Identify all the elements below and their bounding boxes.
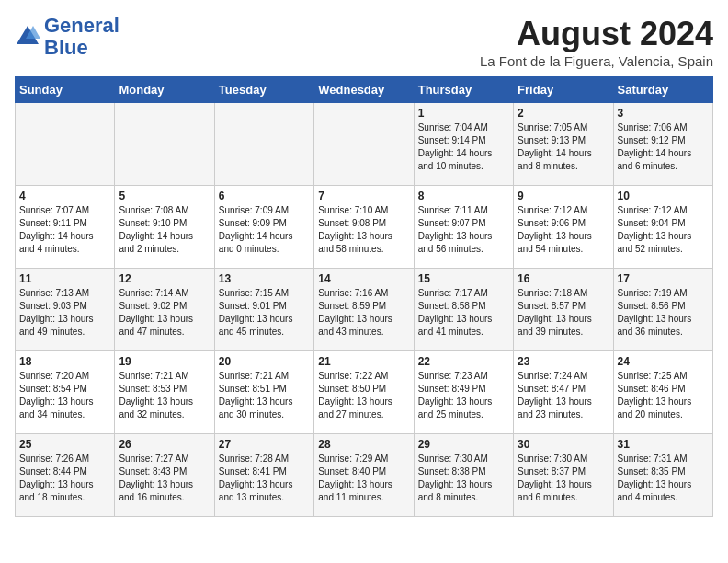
calendar-week-row: 1Sunrise: 7:04 AM Sunset: 9:14 PM Daylig… [16,103,713,186]
calendar-cell [115,103,214,186]
page-header: General Blue August 2024 La Font de la F… [15,15,713,69]
calendar-cell: 16Sunrise: 7:18 AM Sunset: 8:57 PM Dayli… [514,269,613,351]
page-subtitle: La Font de la Figuera, Valencia, Spain [480,53,713,69]
logo-line1: General [44,15,119,37]
logo-text: General Blue [44,15,119,59]
calendar-week-row: 11Sunrise: 7:13 AM Sunset: 9:03 PM Dayli… [16,269,713,351]
calendar-cell: 26Sunrise: 7:27 AM Sunset: 8:43 PM Dayli… [115,434,214,517]
day-info: Sunrise: 7:05 AM Sunset: 9:13 PM Dayligh… [518,121,609,173]
day-number: 27 [219,438,310,451]
day-info: Sunrise: 7:22 AM Sunset: 8:50 PM Dayligh… [318,370,409,421]
day-number: 30 [518,438,609,451]
calendar-cell: 29Sunrise: 7:30 AM Sunset: 8:38 PM Dayli… [414,434,513,517]
day-number: 29 [418,438,509,451]
calendar-cell: 5Sunrise: 7:08 AM Sunset: 9:10 PM Daylig… [115,186,214,269]
day-info: Sunrise: 7:29 AM Sunset: 8:40 PM Dayligh… [318,453,409,504]
day-info: Sunrise: 7:15 AM Sunset: 9:01 PM Dayligh… [219,287,310,339]
calendar-cell: 31Sunrise: 7:31 AM Sunset: 8:35 PM Dayli… [613,434,712,517]
day-number: 18 [19,355,110,368]
day-number: 23 [518,355,609,368]
calendar-cell: 30Sunrise: 7:30 AM Sunset: 8:37 PM Dayli… [514,434,613,517]
day-info: Sunrise: 7:11 AM Sunset: 9:07 PM Dayligh… [418,204,509,256]
calendar-cell: 25Sunrise: 7:26 AM Sunset: 8:44 PM Dayli… [16,434,115,517]
calendar-cell: 19Sunrise: 7:21 AM Sunset: 8:53 PM Dayli… [115,351,214,434]
header-row: SundayMondayTuesdayWednesdayThursdayFrid… [16,77,713,103]
day-number: 24 [618,355,709,368]
calendar-cell: 18Sunrise: 7:20 AM Sunset: 8:54 PM Dayli… [16,351,115,434]
day-number: 26 [119,438,210,451]
day-number: 11 [19,272,110,285]
day-number: 1 [418,107,509,120]
day-info: Sunrise: 7:31 AM Sunset: 8:35 PM Dayligh… [618,453,709,504]
day-number: 9 [518,190,609,202]
day-info: Sunrise: 7:23 AM Sunset: 8:49 PM Dayligh… [418,370,509,421]
calendar-cell: 21Sunrise: 7:22 AM Sunset: 8:50 PM Dayli… [314,351,414,434]
day-number: 8 [418,190,509,202]
day-number: 31 [618,438,709,451]
calendar-cell: 23Sunrise: 7:24 AM Sunset: 8:47 PM Dayli… [514,351,613,434]
calendar-cell: 9Sunrise: 7:12 AM Sunset: 9:06 PM Daylig… [514,186,613,269]
day-info: Sunrise: 7:30 AM Sunset: 8:37 PM Dayligh… [518,453,609,504]
day-info: Sunrise: 7:21 AM Sunset: 8:51 PM Dayligh… [219,370,310,421]
day-number: 19 [119,355,210,368]
calendar-cell: 1Sunrise: 7:04 AM Sunset: 9:14 PM Daylig… [414,103,513,186]
day-info: Sunrise: 7:19 AM Sunset: 8:56 PM Dayligh… [618,287,709,339]
day-info: Sunrise: 7:13 AM Sunset: 9:03 PM Dayligh… [19,287,110,339]
day-number: 21 [318,355,409,368]
day-number: 25 [19,438,110,451]
day-info: Sunrise: 7:07 AM Sunset: 9:11 PM Dayligh… [19,204,110,256]
day-number: 22 [418,355,509,368]
day-info: Sunrise: 7:27 AM Sunset: 8:43 PM Dayligh… [119,453,210,504]
weekday-header: Saturday [613,77,712,103]
day-number: 5 [119,190,210,202]
day-number: 3 [618,107,709,120]
title-block: August 2024 La Font de la Figuera, Valen… [480,15,713,69]
calendar-cell [16,103,115,186]
day-number: 14 [318,272,409,285]
day-number: 12 [119,272,210,285]
calendar-cell: 4Sunrise: 7:07 AM Sunset: 9:11 PM Daylig… [16,186,115,269]
logo-icon [15,24,40,50]
day-info: Sunrise: 7:21 AM Sunset: 8:53 PM Dayligh… [119,370,210,421]
calendar-week-row: 4Sunrise: 7:07 AM Sunset: 9:11 PM Daylig… [16,186,713,269]
calendar-cell: 24Sunrise: 7:25 AM Sunset: 8:46 PM Dayli… [613,351,712,434]
calendar-cell: 13Sunrise: 7:15 AM Sunset: 9:01 PM Dayli… [214,269,313,351]
calendar-cell: 14Sunrise: 7:16 AM Sunset: 8:59 PM Dayli… [314,269,414,351]
calendar-cell: 28Sunrise: 7:29 AM Sunset: 8:40 PM Dayli… [314,434,414,517]
logo-line2: Blue [44,37,119,59]
calendar-cell: 12Sunrise: 7:14 AM Sunset: 9:02 PM Dayli… [115,269,214,351]
day-number: 13 [219,272,310,285]
calendar-cell: 2Sunrise: 7:05 AM Sunset: 9:13 PM Daylig… [514,103,613,186]
day-number: 7 [318,190,409,202]
day-number: 4 [19,190,110,202]
day-info: Sunrise: 7:10 AM Sunset: 9:08 PM Dayligh… [318,204,409,256]
day-info: Sunrise: 7:20 AM Sunset: 8:54 PM Dayligh… [19,370,110,421]
day-info: Sunrise: 7:12 AM Sunset: 9:04 PM Dayligh… [618,204,709,256]
day-info: Sunrise: 7:25 AM Sunset: 8:46 PM Dayligh… [618,370,709,421]
calendar-cell [314,103,414,186]
day-info: Sunrise: 7:04 AM Sunset: 9:14 PM Dayligh… [418,121,509,173]
day-number: 17 [618,272,709,285]
day-info: Sunrise: 7:17 AM Sunset: 8:58 PM Dayligh… [418,287,509,339]
day-info: Sunrise: 7:26 AM Sunset: 8:44 PM Dayligh… [19,453,110,504]
weekday-header: Tuesday [214,77,313,103]
day-number: 20 [219,355,310,368]
day-info: Sunrise: 7:24 AM Sunset: 8:47 PM Dayligh… [518,370,609,421]
day-info: Sunrise: 7:14 AM Sunset: 9:02 PM Dayligh… [119,287,210,339]
day-info: Sunrise: 7:08 AM Sunset: 9:10 PM Dayligh… [119,204,210,256]
weekday-header: Wednesday [314,77,414,103]
calendar-cell: 22Sunrise: 7:23 AM Sunset: 8:49 PM Dayli… [414,351,513,434]
calendar-cell: 27Sunrise: 7:28 AM Sunset: 8:41 PM Dayli… [214,434,313,517]
day-info: Sunrise: 7:09 AM Sunset: 9:09 PM Dayligh… [219,204,310,256]
calendar-cell: 20Sunrise: 7:21 AM Sunset: 8:51 PM Dayli… [214,351,313,434]
weekday-header: Monday [115,77,214,103]
day-number: 10 [618,190,709,202]
calendar-cell: 17Sunrise: 7:19 AM Sunset: 8:56 PM Dayli… [613,269,712,351]
logo: General Blue [15,15,119,59]
day-number: 28 [318,438,409,451]
calendar-cell: 7Sunrise: 7:10 AM Sunset: 9:08 PM Daylig… [314,186,414,269]
day-info: Sunrise: 7:18 AM Sunset: 8:57 PM Dayligh… [518,287,609,339]
calendar-cell: 11Sunrise: 7:13 AM Sunset: 9:03 PM Dayli… [16,269,115,351]
day-info: Sunrise: 7:28 AM Sunset: 8:41 PM Dayligh… [219,453,310,504]
day-number: 15 [418,272,509,285]
